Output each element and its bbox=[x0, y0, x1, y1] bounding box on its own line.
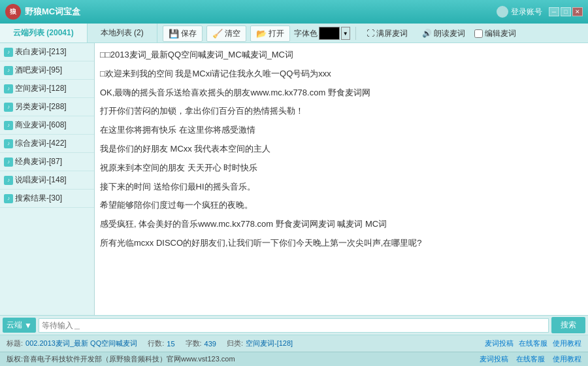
footer-service-link[interactable]: 在线客服 bbox=[516, 354, 545, 364]
toolbar: 💾 保存 🧹 清空 📂 打开 字体色 ▼ ⛶ 满屏麦词 🔊 朗读麦词 编辑麦词 bbox=[157, 24, 588, 43]
sidebar-item-1[interactable]: ♪ 酒吧麦词-[95] bbox=[0, 61, 94, 80]
sidebar-icon-6: ♪ bbox=[4, 158, 13, 167]
category-value: 空间麦词-[128] bbox=[246, 339, 293, 348]
list-item: 我是你们的好朋友 MCxx 我代表本空间的主人 bbox=[100, 140, 583, 159]
sidebar-item-5[interactable]: ♪ 综合麦词-[422] bbox=[0, 135, 94, 153]
save-icon: 💾 bbox=[169, 29, 179, 39]
copyright-text: 版权:音喜电子科技软件开发部（原野狼音频科技）官网www.vst123.com bbox=[7, 354, 235, 364]
list-item: 祝原来到本空间的朋友 天天开心 时时快乐 bbox=[100, 159, 583, 178]
search-button[interactable]: 搜索 bbox=[551, 317, 585, 333]
lines-label: 行数: bbox=[148, 339, 164, 348]
footer-tutorial-link[interactable]: 使用教程 bbox=[553, 354, 581, 364]
app-logo: 狼 bbox=[5, 4, 21, 20]
fontcolor-label: 字体色 bbox=[294, 28, 318, 39]
sidebar-icon-3: ♪ bbox=[4, 103, 13, 112]
content-area[interactable]: □□2013麦词_最新QQ空间喊麦词_MC喊麦词_MC词□欢迎来到我的空间 我是… bbox=[95, 43, 588, 315]
fullscreen-button[interactable]: ⛶ 满屏麦词 bbox=[361, 26, 413, 41]
lines-value: 15 bbox=[167, 340, 174, 348]
save-button[interactable]: 💾 保存 bbox=[163, 25, 203, 42]
title-label: 标题: bbox=[7, 339, 23, 348]
read-icon: 🔊 bbox=[422, 29, 432, 38]
open-button[interactable]: 📂 打开 bbox=[250, 25, 290, 42]
chars-value: 439 bbox=[204, 340, 216, 348]
submit-link[interactable]: 麦词投稿 bbox=[485, 339, 514, 348]
service-link[interactable]: 在线客服 bbox=[519, 339, 547, 348]
status-bar: 标题: 002.2013麦词_最新 QQ空间喊麦词 行数: 15 字数: 439… bbox=[0, 335, 588, 352]
sidebar-item-0[interactable]: ♪ 表白麦词-[213] bbox=[0, 43, 94, 61]
sidebar-icon-5: ♪ bbox=[4, 139, 13, 148]
sidebar-item-8[interactable]: ♪ 搜索结果-[30] bbox=[0, 190, 94, 208]
tab-cloud[interactable]: 云端列表 (20041) bbox=[0, 24, 88, 42]
sidebar-icon-0: ♪ bbox=[4, 48, 13, 57]
clear-button[interactable]: 🧹 清空 bbox=[206, 25, 246, 42]
list-item: □□2013麦词_最新QQ空间喊麦词_MC喊麦词_MC词 bbox=[100, 46, 583, 65]
window-controls: ─ □ ✕ bbox=[549, 7, 583, 16]
login-icon bbox=[497, 6, 508, 18]
sidebar-icon-2: ♪ bbox=[4, 84, 13, 93]
title-value: 002.2013麦词_最新 QQ空间喊麦词 bbox=[25, 339, 137, 348]
sidebar-icon-7: ♪ bbox=[4, 176, 13, 185]
tab-bar: 云端列表 (20041) 本地列表 (2) 💾 保存 🧹 清空 📂 打开 字体色… bbox=[0, 24, 588, 43]
read-button[interactable]: 🔊 朗读麦词 bbox=[417, 26, 470, 41]
sidebar-icon-1: ♪ bbox=[4, 66, 13, 75]
footer-submit-link[interactable]: 麦词投稿 bbox=[480, 354, 508, 364]
app-title: 野狼MC词宝盒 bbox=[25, 6, 497, 18]
sidebar: ♪ 表白麦词-[213] ♪ 酒吧麦词-[95] ♪ 空间麦词-[128] ♪ … bbox=[0, 43, 95, 315]
main-area: ♪ 表白麦词-[213] ♪ 酒吧麦词-[95] ♪ 空间麦词-[128] ♪ … bbox=[0, 43, 588, 315]
clear-icon: 🧹 bbox=[212, 29, 223, 39]
sidebar-item-7[interactable]: ♪ 说唱麦词-[148] bbox=[0, 171, 94, 190]
dropdown-arrow-icon: ▼ bbox=[24, 321, 32, 330]
sidebar-item-3[interactable]: ♪ 另类麦词-[288] bbox=[0, 98, 94, 116]
tab-local[interactable]: 本地列表 (2) bbox=[88, 24, 157, 42]
list-item: 所有光临mcxx DISCO的好朋友们,让我们听一下你们今天晚上第一次尖叫声,在… bbox=[100, 234, 583, 253]
fullscreen-icon: ⛶ bbox=[367, 29, 374, 38]
list-item: 希望能够陪你们度过每一个疯狂的夜晚。 bbox=[100, 196, 583, 215]
list-item: 接下来的时间 送给你们最HI的摇头音乐。 bbox=[100, 178, 583, 197]
cloud-label: 云端 bbox=[7, 320, 22, 331]
sidebar-icon-4: ♪ bbox=[4, 121, 13, 130]
open-icon: 📂 bbox=[256, 29, 267, 39]
sidebar-item-6[interactable]: ♪ 经典麦词-[87] bbox=[0, 153, 94, 171]
search-input[interactable] bbox=[39, 318, 549, 333]
list-item: 在这里你将拥有快乐 在这里你将感受激情 bbox=[100, 121, 583, 140]
edit-checkbox[interactable]: 编辑麦词 bbox=[474, 28, 516, 39]
status-links: 麦词投稿 在线客服 使用教程 bbox=[485, 339, 581, 348]
cloud-dropdown[interactable]: 云端 ▼ bbox=[3, 318, 36, 333]
login-label: 登录账号 bbox=[511, 7, 542, 18]
input-bar: 云端 ▼ 搜索 bbox=[0, 315, 588, 335]
list-item: OK,最嗨的摇头音乐送给喜欢摇头的朋友www.mc.kx778.com 野食麦词… bbox=[100, 84, 583, 103]
footer-links: 麦词投稿 在线客服 使用教程 bbox=[480, 354, 581, 364]
color-swatch[interactable] bbox=[319, 27, 340, 40]
sidebar-icon-8: ♪ bbox=[4, 194, 13, 203]
close-button[interactable]: ✕ bbox=[572, 7, 583, 16]
footer: 版权:音喜电子科技软件开发部（原野狼音频科技）官网www.vst123.com … bbox=[0, 352, 588, 366]
list-item: 打开你们苦闷的加锁，拿出你们百分百的热情摇头勒！ bbox=[100, 102, 583, 121]
login-button[interactable]: 登录账号 bbox=[497, 6, 542, 18]
maximize-button[interactable]: □ bbox=[561, 7, 571, 16]
tutorial-link[interactable]: 使用教程 bbox=[553, 339, 581, 348]
edit-checkbox-input[interactable] bbox=[474, 29, 483, 38]
font-color-picker: 字体色 ▼ bbox=[294, 27, 350, 40]
list-item: 感受疯狂, 体会美好的音乐www.mc.kx778.com 野食麦词网麦词 喊麦… bbox=[100, 215, 583, 234]
titlebar: 狼 野狼MC词宝盒 登录账号 ─ □ ✕ bbox=[0, 0, 588, 24]
list-item: □欢迎来到我的空间 我是MCxi请记住我永久唯一QQ号码为xxx bbox=[100, 65, 583, 84]
color-dropdown-button[interactable]: ▼ bbox=[341, 27, 350, 40]
chars-label: 字数: bbox=[186, 339, 202, 348]
sidebar-item-2[interactable]: ♪ 空间麦词-[128] bbox=[0, 80, 94, 98]
sidebar-item-4[interactable]: ♪ 商业麦词-[608] bbox=[0, 116, 94, 135]
toolbar-separator bbox=[355, 27, 356, 40]
category-label: 归类: bbox=[227, 339, 243, 348]
minimize-button[interactable]: ─ bbox=[549, 7, 559, 16]
